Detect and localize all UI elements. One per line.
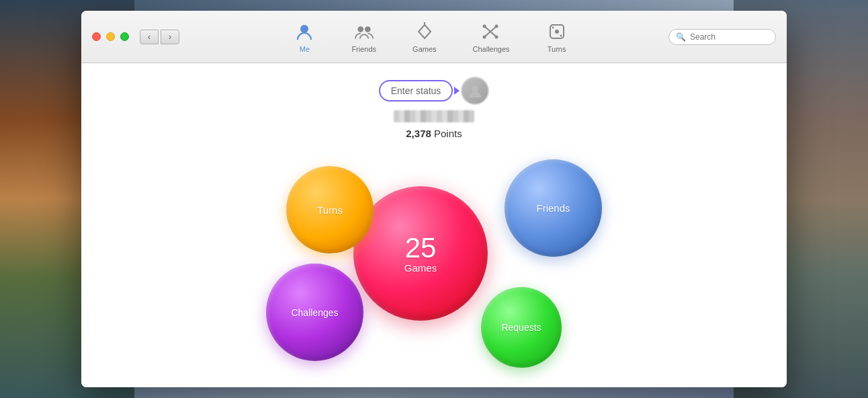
tab-friends-label: Friends xyxy=(351,45,376,53)
games-icon xyxy=(414,21,435,42)
challenges-icon xyxy=(480,21,502,42)
svg-point-8 xyxy=(483,35,486,38)
friends-label: Friends xyxy=(536,202,570,214)
points-label: Points xyxy=(434,128,462,139)
svg-point-0 xyxy=(300,25,308,33)
forward-button[interactable]: › xyxy=(161,30,179,44)
me-icon xyxy=(294,21,315,42)
search-icon: 🔍 xyxy=(676,32,686,42)
tab-friends[interactable]: Friends xyxy=(343,17,384,57)
turns-icon xyxy=(546,21,568,42)
svg-point-11 xyxy=(555,30,559,34)
tab-turns[interactable]: Turns xyxy=(538,17,576,57)
games-label: Games xyxy=(404,262,437,274)
avatar[interactable] xyxy=(461,77,489,105)
app-window: ‹ › Me xyxy=(81,11,787,387)
tabs-area: Me Friends xyxy=(193,17,668,57)
points-value: 2,378 xyxy=(406,128,431,139)
svg-point-9 xyxy=(495,35,498,38)
bubble-friends[interactable]: Friends xyxy=(505,159,602,257)
svg-point-12 xyxy=(552,26,554,28)
back-button[interactable]: ‹ xyxy=(140,30,159,44)
tab-games-label: Games xyxy=(413,45,436,53)
tab-me[interactable]: Me xyxy=(286,17,323,57)
svg-point-6 xyxy=(483,24,486,28)
challenges-label: Challenges xyxy=(291,307,338,318)
search-area: 🔍 xyxy=(668,29,776,45)
svg-point-2 xyxy=(365,26,371,32)
close-button[interactable] xyxy=(92,32,101,41)
back-icon: ‹ xyxy=(148,32,150,42)
svg-point-7 xyxy=(495,24,498,28)
tab-games[interactable]: Games xyxy=(404,17,444,57)
tab-me-label: Me xyxy=(300,45,310,53)
turns-label: Turns xyxy=(317,204,343,216)
forward-icon: › xyxy=(169,32,171,42)
friends-icon xyxy=(353,21,375,42)
tab-challenges[interactable]: Challenges xyxy=(465,17,518,57)
search-input[interactable] xyxy=(690,32,769,42)
points-display: 2,378 Points xyxy=(406,128,462,139)
svg-point-1 xyxy=(357,26,363,32)
status-area: Enter status xyxy=(379,77,490,105)
traffic-lights xyxy=(92,32,129,41)
titlebar: ‹ › Me xyxy=(81,11,787,63)
minimize-button[interactable] xyxy=(106,32,115,41)
svg-point-13 xyxy=(560,34,562,36)
bubble-games[interactable]: 25 Games xyxy=(353,186,488,321)
tab-turns-label: Turns xyxy=(548,45,566,53)
tab-challenges-label: Challenges xyxy=(473,45,510,53)
status-text: Enter status xyxy=(391,85,441,96)
maximize-button[interactable] xyxy=(120,32,129,41)
status-bubble[interactable]: Enter status xyxy=(379,80,453,102)
search-box[interactable]: 🔍 xyxy=(668,29,776,45)
username-block: 2,378 Points xyxy=(394,110,474,139)
username-pixelated xyxy=(394,110,474,122)
games-count: 25 xyxy=(405,234,437,262)
svg-point-14 xyxy=(472,85,478,92)
bubble-requests[interactable]: Requests xyxy=(481,287,562,368)
main-content: Enter status 2,378 Points 25 Games Tur xyxy=(81,63,787,387)
requests-label: Requests xyxy=(501,322,541,333)
bubble-turns[interactable]: Turns xyxy=(286,166,374,253)
nav-arrows: ‹ › xyxy=(140,30,179,44)
bubbles-area: 25 Games Turns Friends Challenges Reques… xyxy=(232,146,636,374)
bubble-challenges[interactable]: Challenges xyxy=(266,264,363,361)
